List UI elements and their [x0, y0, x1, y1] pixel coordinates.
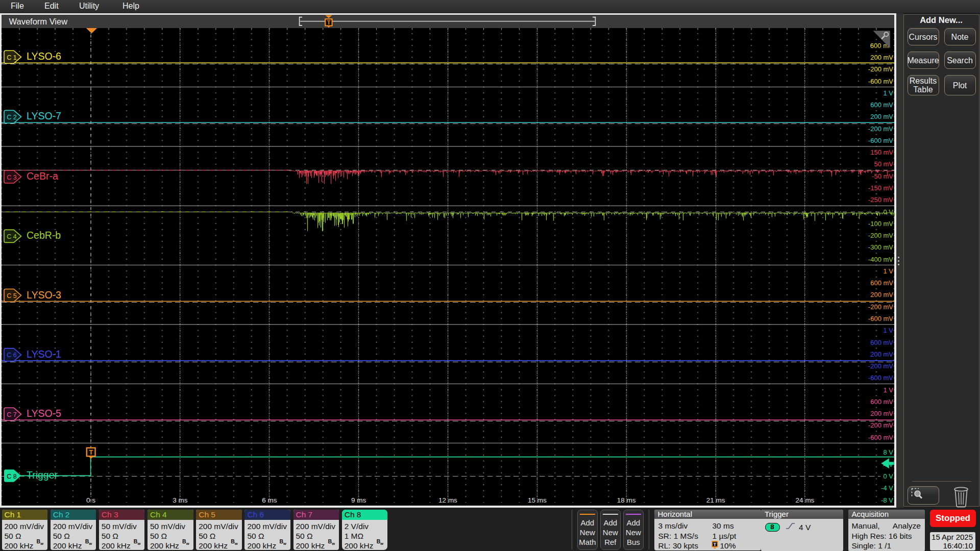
svg-text:C 3: C 3	[7, 174, 17, 181]
svg-text:-600 mV: -600 mV	[868, 137, 893, 144]
svg-text:15 ms: 15 ms	[528, 496, 547, 504]
svg-text:3 ms: 3 ms	[173, 496, 188, 504]
svg-text:LYSO-1: LYSO-1	[27, 348, 61, 360]
svg-text:-8 V: -8 V	[881, 496, 893, 504]
svg-text:1 V: 1 V	[883, 327, 893, 334]
svg-text:-600 mV: -600 mV	[868, 434, 893, 441]
svg-text:24 ms: 24 ms	[796, 496, 815, 504]
svg-text:-200 mV: -200 mV	[868, 303, 893, 311]
svg-text:1 V: 1 V	[883, 267, 893, 275]
svg-text:Trigger: Trigger	[27, 469, 58, 481]
svg-text:0 V: 0 V	[883, 472, 893, 480]
svg-text:600 mV: 600 mV	[870, 398, 893, 406]
svg-text:18 ms: 18 ms	[617, 496, 636, 504]
svg-text:200 mV: 200 mV	[870, 410, 893, 417]
svg-text:-200 mV: -200 mV	[868, 65, 893, 73]
svg-text:0 s: 0 s	[86, 496, 95, 504]
svg-text:C 2: C 2	[7, 114, 17, 121]
svg-text:-250 mV: -250 mV	[868, 196, 893, 204]
svg-text:T: T	[89, 449, 93, 456]
svg-text:LYSO-3: LYSO-3	[27, 289, 61, 300]
svg-text:600 mV: 600 mV	[870, 101, 893, 109]
svg-text:-100 mV: -100 mV	[868, 220, 893, 228]
svg-text:21 ms: 21 ms	[706, 496, 725, 504]
svg-text:-200 mV: -200 mV	[868, 232, 893, 239]
svg-text:8 V: 8 V	[883, 448, 893, 456]
svg-text:50 mV: 50 mV	[874, 160, 893, 168]
svg-text:-600 mV: -600 mV	[868, 315, 893, 322]
svg-text:-300 mV: -300 mV	[868, 243, 893, 251]
svg-text:CeBr-a: CeBr-a	[27, 170, 58, 182]
svg-text:-600 mV: -600 mV	[868, 78, 893, 85]
svg-text:0 V: 0 V	[883, 208, 893, 216]
svg-text:12 ms: 12 ms	[438, 496, 457, 504]
svg-text:-50 mV: -50 mV	[872, 172, 893, 180]
svg-text:1 V: 1 V	[883, 386, 893, 394]
svg-text:200 mV: 200 mV	[870, 113, 893, 120]
svg-text:9 ms: 9 ms	[351, 496, 366, 504]
svg-text:C 5: C 5	[7, 292, 17, 299]
svg-text:-400 mV: -400 mV	[868, 256, 893, 263]
svg-text:C 1: C 1	[7, 54, 17, 61]
svg-text:-4 V: -4 V	[881, 484, 893, 492]
svg-text:-200 mV: -200 mV	[868, 125, 893, 133]
svg-text:CebR-b: CebR-b	[27, 230, 61, 241]
svg-text:LYSO-6: LYSO-6	[27, 51, 61, 62]
svg-text:LYSO-7: LYSO-7	[27, 110, 61, 121]
svg-text:LYSO-5: LYSO-5	[27, 408, 61, 419]
svg-text:-600 mV: -600 mV	[868, 374, 893, 382]
svg-text:-150 mV: -150 mV	[868, 184, 893, 192]
svg-text:C 8: C 8	[7, 473, 17, 480]
svg-text:200 mV: 200 mV	[870, 350, 893, 358]
svg-text:6 ms: 6 ms	[262, 496, 277, 504]
svg-text:600 mV: 600 mV	[870, 339, 893, 346]
svg-text:200 mV: 200 mV	[870, 54, 893, 61]
svg-text:C 4: C 4	[7, 233, 17, 240]
svg-text:-200 mV: -200 mV	[868, 362, 893, 370]
svg-text:150 mV: 150 mV	[870, 148, 893, 156]
svg-text:-200 mV: -200 mV	[868, 421, 893, 429]
svg-text:1 V: 1 V	[883, 89, 893, 97]
svg-text:600 mV: 600 mV	[870, 279, 893, 287]
svg-text:T: T	[327, 19, 331, 26]
svg-text:200 mV: 200 mV	[870, 291, 893, 298]
svg-text:C 6: C 6	[7, 352, 17, 359]
svg-text:C 7: C 7	[7, 411, 17, 418]
